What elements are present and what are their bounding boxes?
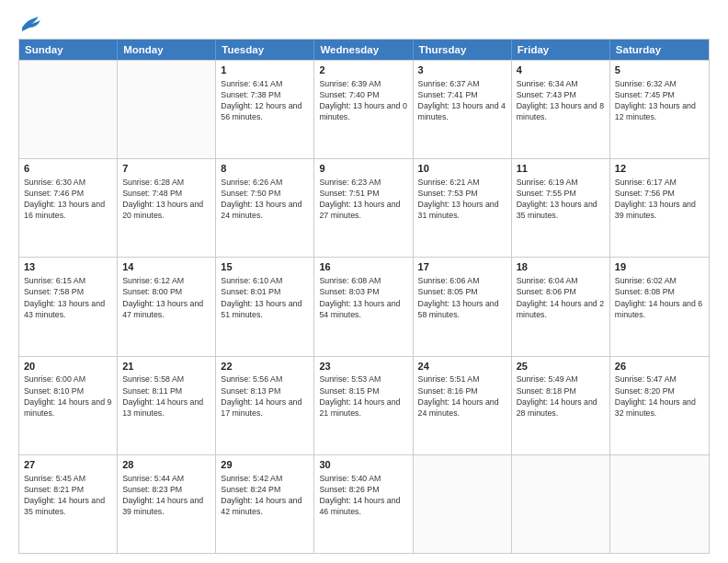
cal-cell: 20Sunrise: 6:00 AM Sunset: 8:10 PM Dayli… bbox=[19, 357, 118, 454]
cal-day-number: 10 bbox=[418, 162, 506, 176]
cal-day-info: Sunrise: 6:26 AM Sunset: 7:50 PM Dayligh… bbox=[221, 177, 309, 222]
page: SundayMondayTuesdayWednesdayThursdayFrid… bbox=[0, 0, 728, 563]
cal-day-info: Sunrise: 5:58 AM Sunset: 8:11 PM Dayligh… bbox=[122, 373, 210, 419]
cal-cell: 5Sunrise: 6:32 AM Sunset: 7:45 PM Daylig… bbox=[610, 61, 709, 158]
cal-header-thursday: Thursday bbox=[414, 40, 512, 60]
cal-day-info: Sunrise: 6:30 AM Sunset: 7:46 PM Dayligh… bbox=[24, 177, 112, 222]
cal-day-number: 24 bbox=[418, 360, 506, 373]
cal-day-number: 28 bbox=[122, 458, 210, 472]
cal-cell bbox=[19, 61, 118, 158]
cal-day-info: Sunrise: 6:15 AM Sunset: 7:58 PM Dayligh… bbox=[24, 275, 112, 320]
cal-day-info: Sunrise: 5:47 AM Sunset: 8:20 PM Dayligh… bbox=[615, 373, 704, 419]
header bbox=[18, 15, 710, 31]
cal-cell: 26Sunrise: 5:47 AM Sunset: 8:20 PM Dayli… bbox=[610, 357, 709, 454]
cal-cell: 3Sunrise: 6:37 AM Sunset: 7:41 PM Daylig… bbox=[414, 61, 512, 158]
cal-day-number: 17 bbox=[418, 260, 506, 274]
cal-day-number: 16 bbox=[319, 260, 407, 274]
cal-cell: 18Sunrise: 6:04 AM Sunset: 8:06 PM Dayli… bbox=[512, 258, 610, 355]
cal-day-info: Sunrise: 6:19 AM Sunset: 7:55 PM Dayligh… bbox=[517, 177, 605, 222]
cal-cell bbox=[610, 455, 709, 553]
cal-header-tuesday: Tuesday bbox=[216, 40, 314, 60]
cal-week-2: 6Sunrise: 6:30 AM Sunset: 7:46 PM Daylig… bbox=[19, 158, 709, 257]
logo-bird-icon bbox=[20, 15, 40, 31]
cal-cell: 14Sunrise: 6:12 AM Sunset: 8:00 PM Dayli… bbox=[118, 258, 216, 355]
calendar-header: SundayMondayTuesdayWednesdayThursdayFrid… bbox=[19, 40, 709, 60]
cal-week-5: 27Sunrise: 5:45 AM Sunset: 8:21 PM Dayli… bbox=[19, 454, 709, 553]
cal-day-number: 15 bbox=[221, 260, 309, 274]
cal-header-saturday: Saturday bbox=[610, 40, 709, 60]
cal-cell: 30Sunrise: 5:40 AM Sunset: 8:26 PM Dayli… bbox=[314, 455, 413, 553]
cal-day-number: 29 bbox=[221, 458, 309, 472]
cal-day-number: 19 bbox=[615, 260, 704, 274]
cal-cell: 17Sunrise: 6:06 AM Sunset: 8:05 PM Dayli… bbox=[414, 258, 512, 355]
cal-day-number: 1 bbox=[221, 63, 309, 77]
cal-day-info: Sunrise: 6:02 AM Sunset: 8:08 PM Dayligh… bbox=[615, 275, 704, 320]
cal-day-info: Sunrise: 5:44 AM Sunset: 8:23 PM Dayligh… bbox=[122, 473, 210, 518]
cal-day-info: Sunrise: 5:40 AM Sunset: 8:26 PM Dayligh… bbox=[319, 473, 407, 518]
cal-day-number: 22 bbox=[221, 360, 309, 373]
cal-cell: 12Sunrise: 6:17 AM Sunset: 7:56 PM Dayli… bbox=[610, 159, 709, 257]
cal-day-info: Sunrise: 5:42 AM Sunset: 8:24 PM Dayligh… bbox=[221, 473, 309, 518]
cal-day-number: 7 bbox=[122, 162, 210, 176]
cal-day-number: 5 bbox=[615, 63, 704, 77]
cal-week-3: 13Sunrise: 6:15 AM Sunset: 7:58 PM Dayli… bbox=[19, 257, 709, 355]
cal-cell: 10Sunrise: 6:21 AM Sunset: 7:53 PM Dayli… bbox=[414, 159, 512, 257]
cal-cell: 23Sunrise: 5:53 AM Sunset: 8:15 PM Dayli… bbox=[314, 357, 413, 454]
cal-day-number: 23 bbox=[319, 360, 407, 373]
cal-cell: 1Sunrise: 6:41 AM Sunset: 7:38 PM Daylig… bbox=[216, 61, 314, 158]
cal-day-info: Sunrise: 5:56 AM Sunset: 8:13 PM Dayligh… bbox=[221, 373, 309, 419]
cal-day-info: Sunrise: 6:08 AM Sunset: 8:03 PM Dayligh… bbox=[319, 275, 407, 320]
cal-week-4: 20Sunrise: 6:00 AM Sunset: 8:10 PM Dayli… bbox=[19, 356, 709, 454]
cal-day-info: Sunrise: 6:37 AM Sunset: 7:41 PM Dayligh… bbox=[418, 78, 506, 123]
cal-day-number: 21 bbox=[122, 360, 210, 373]
cal-day-number: 25 bbox=[517, 360, 605, 373]
cal-day-number: 20 bbox=[24, 360, 112, 373]
cal-day-info: Sunrise: 5:53 AM Sunset: 8:15 PM Dayligh… bbox=[319, 373, 407, 419]
cal-day-number: 6 bbox=[24, 162, 112, 176]
cal-cell: 15Sunrise: 6:10 AM Sunset: 8:01 PM Dayli… bbox=[216, 258, 314, 355]
cal-header-friday: Friday bbox=[512, 40, 610, 60]
cal-header-wednesday: Wednesday bbox=[314, 40, 413, 60]
cal-day-info: Sunrise: 6:17 AM Sunset: 7:56 PM Dayligh… bbox=[615, 177, 704, 222]
cal-cell bbox=[512, 455, 610, 553]
cal-cell: 22Sunrise: 5:56 AM Sunset: 8:13 PM Dayli… bbox=[216, 357, 314, 454]
cal-cell bbox=[118, 61, 216, 158]
cal-day-info: Sunrise: 6:06 AM Sunset: 8:05 PM Dayligh… bbox=[418, 275, 506, 320]
cal-header-sunday: Sunday bbox=[19, 40, 118, 60]
cal-week-1: 1Sunrise: 6:41 AM Sunset: 7:38 PM Daylig… bbox=[19, 60, 709, 158]
cal-day-info: Sunrise: 5:45 AM Sunset: 8:21 PM Dayligh… bbox=[24, 473, 112, 518]
cal-day-info: Sunrise: 6:04 AM Sunset: 8:06 PM Dayligh… bbox=[517, 275, 605, 320]
cal-cell: 6Sunrise: 6:30 AM Sunset: 7:46 PM Daylig… bbox=[19, 159, 118, 257]
cal-day-number: 2 bbox=[319, 63, 407, 77]
cal-cell bbox=[414, 455, 512, 553]
cal-day-info: Sunrise: 6:32 AM Sunset: 7:45 PM Dayligh… bbox=[615, 78, 704, 123]
cal-cell: 9Sunrise: 6:23 AM Sunset: 7:51 PM Daylig… bbox=[314, 159, 413, 257]
cal-day-info: Sunrise: 5:49 AM Sunset: 8:18 PM Dayligh… bbox=[517, 373, 605, 419]
cal-cell: 19Sunrise: 6:02 AM Sunset: 8:08 PM Dayli… bbox=[610, 258, 709, 355]
cal-day-number: 3 bbox=[418, 63, 506, 77]
cal-day-number: 11 bbox=[517, 162, 605, 176]
cal-cell: 24Sunrise: 5:51 AM Sunset: 8:16 PM Dayli… bbox=[414, 357, 512, 454]
cal-cell: 21Sunrise: 5:58 AM Sunset: 8:11 PM Dayli… bbox=[118, 357, 216, 454]
cal-cell: 4Sunrise: 6:34 AM Sunset: 7:43 PM Daylig… bbox=[512, 61, 610, 158]
cal-day-number: 8 bbox=[221, 162, 309, 176]
cal-day-number: 27 bbox=[24, 458, 112, 472]
calendar-body: 1Sunrise: 6:41 AM Sunset: 7:38 PM Daylig… bbox=[19, 60, 709, 553]
cal-header-monday: Monday bbox=[118, 40, 216, 60]
cal-day-info: Sunrise: 5:51 AM Sunset: 8:16 PM Dayligh… bbox=[418, 373, 506, 419]
cal-day-number: 18 bbox=[517, 260, 605, 274]
cal-cell: 13Sunrise: 6:15 AM Sunset: 7:58 PM Dayli… bbox=[19, 258, 118, 355]
cal-day-number: 26 bbox=[615, 360, 704, 373]
cal-day-info: Sunrise: 6:12 AM Sunset: 8:00 PM Dayligh… bbox=[122, 275, 210, 320]
cal-day-info: Sunrise: 6:21 AM Sunset: 7:53 PM Dayligh… bbox=[418, 177, 506, 222]
cal-day-number: 14 bbox=[122, 260, 210, 274]
cal-day-info: Sunrise: 6:23 AM Sunset: 7:51 PM Dayligh… bbox=[319, 177, 407, 222]
cal-cell: 11Sunrise: 6:19 AM Sunset: 7:55 PM Dayli… bbox=[512, 159, 610, 257]
cal-day-number: 12 bbox=[615, 162, 704, 176]
cal-day-info: Sunrise: 6:28 AM Sunset: 7:48 PM Dayligh… bbox=[122, 177, 210, 222]
cal-cell: 8Sunrise: 6:26 AM Sunset: 7:50 PM Daylig… bbox=[216, 159, 314, 257]
cal-cell: 2Sunrise: 6:39 AM Sunset: 7:40 PM Daylig… bbox=[314, 61, 413, 158]
cal-day-number: 9 bbox=[319, 162, 407, 176]
cal-cell: 16Sunrise: 6:08 AM Sunset: 8:03 PM Dayli… bbox=[314, 258, 413, 355]
cal-day-info: Sunrise: 6:41 AM Sunset: 7:38 PM Dayligh… bbox=[221, 78, 309, 123]
